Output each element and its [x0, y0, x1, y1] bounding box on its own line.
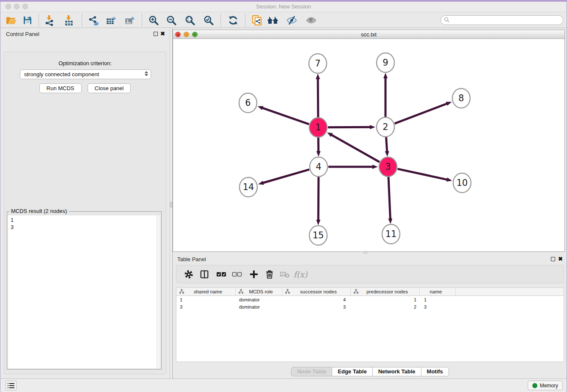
zoom-fit-button[interactable] — [184, 14, 196, 26]
column-header-predecessor-nodes[interactable]: predecessor nodes — [351, 288, 420, 295]
network-window-titlebar[interactable]: x − + scc.txt — [173, 30, 564, 39]
duplicate-network-button[interactable] — [251, 14, 263, 26]
mcds-result-values: 1 3 — [8, 215, 160, 232]
show-columns-button[interactable] — [199, 269, 210, 280]
graph-edge[interactable] — [262, 108, 309, 124]
add-column-button[interactable] — [248, 269, 259, 280]
mcds-result-list[interactable]: 1 3 — [8, 215, 160, 368]
table-row[interactable]: 3 dominator 3 2 3 — [176, 303, 564, 310]
export-table-button[interactable] — [105, 14, 117, 26]
control-panel: Control Panel ✖ Network Style Select MCD… — [0, 28, 170, 380]
save-icon — [22, 15, 33, 25]
panel-splitter[interactable] — [170, 28, 173, 380]
import-table-button[interactable] — [63, 14, 75, 26]
workspace-area: x − + scc.txt 7968124314101511 Table Pan… — [173, 28, 567, 380]
table-row[interactable]: 1 dominator 4 1 1 — [176, 296, 564, 303]
table-header-row: shared name MCDS role successor nodes pr… — [176, 288, 564, 296]
toolbar-separator — [220, 14, 221, 27]
network-canvas[interactable]: 7968124314101511 — [173, 39, 564, 251]
graph-edge[interactable] — [318, 79, 318, 118]
graph-node-label: 3 — [385, 162, 391, 172]
list-icon — [8, 383, 14, 389]
graph-edge[interactable] — [318, 177, 319, 220]
table-cell[interactable]: 1 — [351, 297, 420, 302]
refresh-button[interactable] — [227, 14, 239, 26]
column-header-mcds-role[interactable]: MCDS role — [236, 288, 282, 295]
save-session-button[interactable] — [22, 14, 33, 26]
network-view-window: x − + scc.txt 7968124314101511 — [173, 30, 565, 252]
float-table-panel-icon[interactable] — [551, 257, 555, 261]
control-panel-title: Control Panel — [6, 31, 39, 37]
export-network-button[interactable] — [88, 14, 99, 26]
graph-node-label: 15 — [313, 230, 324, 240]
zoom-selected-icon — [203, 15, 214, 26]
graph-edge[interactable] — [386, 137, 387, 152]
table-cell[interactable]: 3 — [282, 304, 351, 309]
main-toolbar — [0, 13, 567, 28]
zoom-selected-button[interactable] — [203, 14, 215, 26]
function-builder-button[interactable]: f(x) — [295, 269, 306, 280]
table-cell[interactable]: 1 — [176, 297, 236, 302]
org-chart-icon — [179, 289, 184, 295]
search-box[interactable] — [440, 15, 563, 25]
result-scrollbar[interactable] — [157, 215, 160, 368]
home-button[interactable] — [267, 14, 279, 26]
session-title: Session: New Session — [0, 3, 567, 10]
close-panel-icon[interactable]: ✖ — [160, 30, 165, 37]
select-stepper-icon — [145, 71, 148, 76]
hide-graphics-button[interactable] — [286, 14, 297, 26]
graph-edge[interactable] — [395, 104, 447, 124]
deselect-all-button[interactable] — [231, 269, 242, 280]
tab-node-table[interactable]: Node Table — [291, 367, 332, 376]
table-cell[interactable]: 2 — [351, 304, 420, 309]
graph-node-label: 7 — [315, 58, 320, 69]
column-header-successor-nodes[interactable]: successor nodes — [282, 288, 351, 295]
graph-node-label: 8 — [458, 93, 464, 103]
table-cell[interactable]: 1 — [420, 297, 456, 302]
table-settings-button[interactable] — [183, 269, 194, 280]
tab-motifs[interactable]: Motifs — [421, 367, 449, 376]
export-image-icon — [124, 15, 135, 26]
search-input[interactable] — [451, 16, 563, 24]
tab-edge-table[interactable]: Edge Table — [332, 367, 372, 376]
splitter-grip[interactable] — [170, 202, 172, 207]
graph-edge[interactable] — [397, 169, 447, 179]
zoom-in-icon — [148, 15, 159, 26]
table-cell[interactable]: 3 — [420, 304, 456, 309]
optimization-criterion-label: Optimization criterion: — [4, 60, 166, 66]
optimization-criterion-select[interactable]: strongly connected component — [20, 69, 151, 79]
graph-edge[interactable] — [263, 169, 309, 183]
optimization-criterion-value: strongly connected component — [24, 71, 99, 77]
graph-edge[interactable] — [388, 177, 390, 219]
close-panel-button[interactable]: Close panel — [88, 83, 131, 93]
memory-button[interactable]: Memory — [528, 381, 563, 390]
column-header-name[interactable]: name — [420, 288, 456, 295]
tab-network-table[interactable]: Network Table — [373, 367, 421, 376]
open-session-button[interactable] — [6, 14, 17, 26]
graph-edge[interactable] — [331, 135, 380, 162]
float-panel-icon[interactable] — [154, 32, 158, 36]
eye-slash-icon — [286, 15, 297, 26]
select-all-button[interactable] — [216, 269, 227, 280]
graph-edge[interactable] — [328, 127, 370, 127]
close-table-panel-icon[interactable]: ✖ — [558, 256, 563, 262]
export-image-button[interactable] — [124, 14, 136, 26]
application-window: Session: New Session — [0, 0, 567, 392]
table-cell[interactable]: dominator — [236, 304, 282, 309]
table-cell[interactable]: dominator — [236, 297, 282, 302]
delete-column-button[interactable] — [264, 269, 275, 280]
checked-boxes-icon — [216, 270, 226, 279]
table-cell[interactable]: 4 — [282, 297, 351, 302]
zoom-out-button[interactable] — [165, 14, 177, 26]
column-header-shared-name[interactable]: shared name — [176, 288, 236, 295]
import-network-button[interactable] — [44, 14, 55, 26]
run-mcds-button[interactable]: Run MCDS — [39, 83, 82, 93]
delete-table-button[interactable] — [279, 269, 290, 280]
table-cell[interactable]: 3 — [176, 304, 236, 309]
zoom-in-button[interactable] — [148, 14, 160, 26]
titlebar: Session: New Session — [0, 2, 567, 12]
graph-node-label: 9 — [383, 58, 388, 68]
show-graphics-button[interactable] — [305, 14, 317, 26]
task-history-button[interactable] — [6, 381, 17, 390]
toolbar-separator — [245, 14, 245, 27]
